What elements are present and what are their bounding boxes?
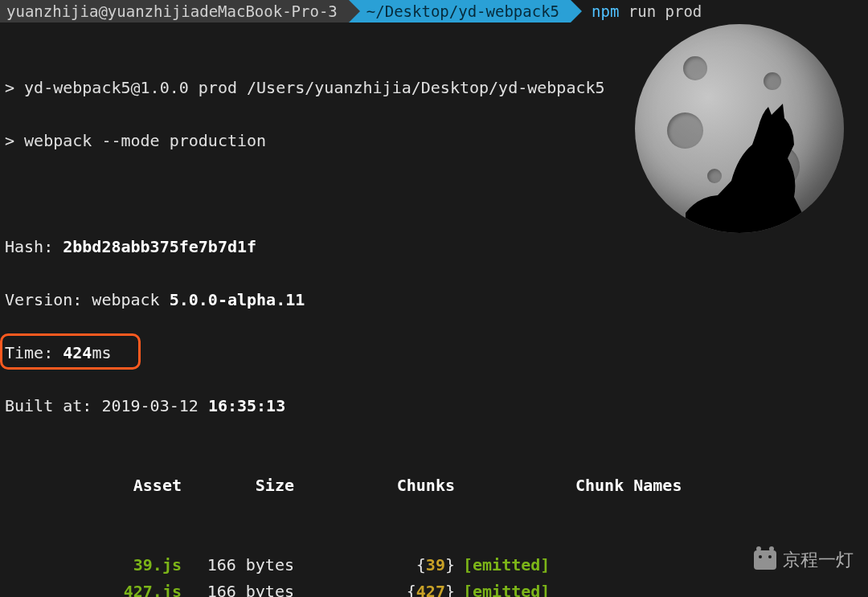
hash-line: Hash: 2bbd28abb375fe7b7d1f bbox=[5, 234, 868, 260]
npm-script-line-2: > webpack --mode production bbox=[5, 128, 868, 154]
asset-size: 166 bytes bbox=[182, 552, 294, 579]
watermark: 京程一灯 bbox=[754, 546, 854, 575]
prompt-command[interactable]: npm run prod bbox=[571, 0, 702, 22]
watermark-text: 京程一灯 bbox=[783, 546, 854, 575]
cmd-binary: npm bbox=[592, 2, 619, 20]
npm-script-line-1: > yd-webpack5@1.0.0 prod /Users/yuanzhij… bbox=[5, 75, 868, 101]
asset-table-header: AssetSizeChunksChunk Names bbox=[5, 472, 868, 499]
prompt-cwd: ~/Desktop/yd-webpack5 bbox=[349, 0, 571, 22]
asset-row: 427.js166 bytes{427}[emitted] bbox=[5, 579, 868, 597]
asset-chunks: {427} bbox=[294, 579, 455, 597]
asset-emitted: [emitted] bbox=[455, 579, 567, 597]
version-line: Version: webpack 5.0.0-alpha.11 bbox=[5, 287, 868, 313]
asset-size: 166 bytes bbox=[182, 579, 294, 597]
asset-name: 39.js bbox=[5, 552, 182, 579]
terminal-output[interactable]: > yd-webpack5@1.0.0 prod /Users/yuanzhij… bbox=[0, 22, 868, 597]
built-at-line: Built at: 2019-03-12 16:35:13 bbox=[5, 393, 868, 419]
asset-emitted: [emitted] bbox=[455, 552, 567, 579]
wechat-icon bbox=[754, 550, 776, 570]
shell-prompt: yuanzhijia@yuanzhijiadeMacBook-Pro-3 ~/D… bbox=[0, 0, 868, 22]
asset-chunks: {39} bbox=[294, 552, 455, 579]
time-line: Time: 424ms bbox=[5, 340, 868, 366]
prompt-user-host: yuanzhijia@yuanzhijiadeMacBook-Pro-3 bbox=[0, 0, 349, 22]
asset-name: 427.js bbox=[5, 579, 182, 597]
cmd-args: run prod bbox=[619, 2, 702, 20]
asset-row: 39.js166 bytes{39}[emitted] bbox=[5, 552, 868, 579]
